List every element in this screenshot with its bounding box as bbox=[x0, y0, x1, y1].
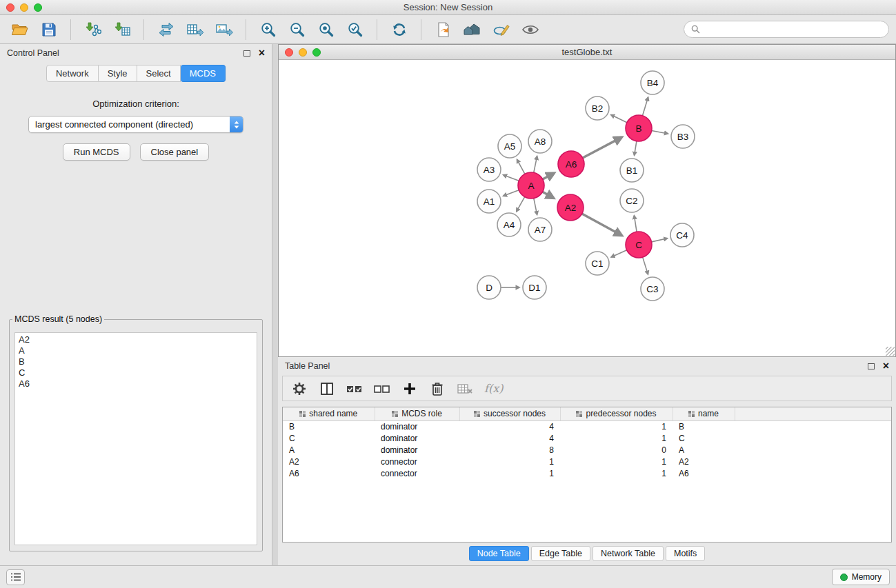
zoom-out-button[interactable] bbox=[284, 17, 310, 42]
node-A6[interactable]: A6 bbox=[558, 151, 584, 177]
unselect-all-columns-button[interactable] bbox=[371, 378, 393, 399]
edge-C-C3[interactable] bbox=[643, 257, 648, 274]
node-C3[interactable]: C3 bbox=[641, 277, 664, 301]
edge-C-C2[interactable] bbox=[634, 216, 637, 232]
open-session-button[interactable] bbox=[7, 17, 32, 42]
zoom-selected-button[interactable] bbox=[342, 17, 368, 42]
close-network-window-button[interactable] bbox=[285, 48, 293, 57]
tab-edge-table[interactable]: Edge Table bbox=[531, 546, 590, 561]
edge-A-A3[interactable] bbox=[504, 175, 519, 181]
node-A5[interactable]: A5 bbox=[498, 134, 521, 158]
node-table-container[interactable]: shared nameMCDS rolesuccessor nodesprede… bbox=[282, 407, 892, 543]
tab-select[interactable]: Select bbox=[137, 65, 181, 82]
close-window-button[interactable] bbox=[6, 3, 14, 12]
node-B1[interactable]: B1 bbox=[620, 159, 644, 182]
edge-B-B4[interactable] bbox=[643, 97, 648, 116]
export-table-button[interactable] bbox=[182, 17, 208, 42]
tab-network-table[interactable]: Network Table bbox=[593, 546, 664, 561]
import-table-button[interactable] bbox=[109, 17, 135, 42]
node-D1[interactable]: D1 bbox=[523, 276, 546, 299]
delete-column-button[interactable] bbox=[426, 378, 448, 399]
run-mcds-button[interactable]: Run MCDS bbox=[63, 143, 130, 161]
zoom-in-button[interactable] bbox=[255, 17, 281, 42]
column-header-name[interactable]: name bbox=[673, 407, 735, 420]
edge-A6-B[interactable] bbox=[583, 137, 621, 158]
search-box[interactable] bbox=[684, 21, 889, 38]
tab-mcds[interactable]: MCDS bbox=[181, 65, 226, 82]
node-A2[interactable]: A2 bbox=[557, 194, 584, 221]
node-A8[interactable]: A8 bbox=[528, 130, 552, 153]
import-network-button[interactable] bbox=[80, 17, 106, 42]
node-C[interactable]: C bbox=[626, 232, 652, 258]
mcds-result-item[interactable]: A2 bbox=[19, 334, 253, 345]
mcds-result-item[interactable]: B bbox=[19, 356, 253, 367]
close-panel-icon[interactable]: × bbox=[259, 48, 265, 59]
table-row-A2[interactable]: A2connector11A2 bbox=[283, 456, 891, 467]
column-header-successor-nodes[interactable]: successor nodes bbox=[459, 407, 560, 420]
network-graph[interactable]: B4B2BB3A5A8A6A3B1AC2A1A2A4A7C4CC1DD1C3 bbox=[279, 60, 895, 356]
table-row-A[interactable]: Adominator80A bbox=[283, 444, 891, 456]
table-row-B[interactable]: Bdominator41B bbox=[283, 420, 891, 432]
node-B2[interactable]: B2 bbox=[586, 97, 609, 120]
edge-A-A5[interactable] bbox=[517, 159, 525, 174]
minimize-window-button[interactable] bbox=[20, 3, 28, 12]
minimize-network-window-button[interactable] bbox=[299, 48, 307, 57]
float-table-panel-icon[interactable] bbox=[868, 363, 875, 369]
node-B[interactable]: B bbox=[626, 115, 652, 141]
select-all-columns-button[interactable] bbox=[344, 378, 366, 399]
mcds-result-item[interactable]: C bbox=[19, 367, 253, 378]
edge-C-C1[interactable] bbox=[611, 250, 627, 257]
task-history-button[interactable] bbox=[6, 569, 25, 585]
search-input[interactable] bbox=[704, 24, 882, 34]
edge-A-A6[interactable] bbox=[543, 173, 555, 179]
graphics-details-button[interactable] bbox=[488, 17, 514, 42]
node-B4[interactable]: B4 bbox=[641, 71, 664, 94]
memory-button[interactable]: Memory bbox=[832, 569, 890, 585]
export-image-button[interactable] bbox=[211, 17, 237, 42]
tab-network[interactable]: Network bbox=[46, 65, 99, 82]
node-A1[interactable]: A1 bbox=[477, 190, 501, 213]
tab-style[interactable]: Style bbox=[99, 65, 137, 82]
table-row-C[interactable]: Cdominator41C bbox=[283, 432, 891, 444]
show-columns-button[interactable] bbox=[316, 378, 338, 399]
edge-A-A4[interactable] bbox=[517, 197, 525, 212]
edge-B-B3[interactable] bbox=[652, 131, 668, 134]
column-header-predecessor-nodes[interactable]: predecessor nodes bbox=[560, 407, 673, 420]
close-panel-button[interactable]: Close panel bbox=[140, 143, 210, 161]
edge-A-A7[interactable] bbox=[534, 199, 537, 215]
node-C1[interactable]: C1 bbox=[586, 252, 609, 275]
node-A4[interactable]: A4 bbox=[497, 213, 521, 236]
node-C4[interactable]: C4 bbox=[670, 223, 694, 247]
fullscreen-window-button[interactable] bbox=[34, 3, 42, 12]
edge-A2-C[interactable] bbox=[582, 214, 622, 235]
edge-B-B2[interactable] bbox=[611, 115, 627, 123]
float-panel-icon[interactable] bbox=[243, 50, 250, 57]
optimization-criterion-select[interactable]: largest connected component (directed) bbox=[28, 116, 243, 133]
node-D[interactable]: D bbox=[477, 276, 501, 299]
edge-A-A2[interactable] bbox=[543, 192, 554, 198]
node-C2[interactable]: C2 bbox=[620, 189, 644, 212]
zoom-network-window-button[interactable] bbox=[312, 48, 321, 57]
export-network-button[interactable] bbox=[153, 17, 179, 42]
mcds-result-item[interactable]: A bbox=[19, 345, 253, 356]
edge-A-A1[interactable] bbox=[504, 190, 519, 196]
show-hide-button[interactable] bbox=[517, 17, 543, 42]
network-canvas[interactable]: B4B2BB3A5A8A6A3B1AC2A1A2A4A7C4CC1DD1C3 bbox=[279, 60, 895, 356]
node-A3[interactable]: A3 bbox=[477, 158, 501, 181]
settings-gear-button[interactable] bbox=[288, 378, 310, 399]
window-resize-grip[interactable] bbox=[886, 347, 895, 356]
delete-table-button[interactable] bbox=[454, 378, 476, 399]
mcds-result-item[interactable]: A6 bbox=[19, 378, 253, 389]
table-row-A6[interactable]: A6connector11A6 bbox=[283, 467, 891, 479]
tab-motifs[interactable]: Motifs bbox=[666, 546, 705, 561]
close-table-panel-icon[interactable]: × bbox=[883, 361, 889, 372]
edge-B-B1[interactable] bbox=[635, 141, 637, 156]
apply-layout-button[interactable] bbox=[386, 17, 412, 42]
edge-A-A8[interactable] bbox=[534, 156, 537, 173]
node-A[interactable]: A bbox=[518, 172, 544, 199]
tab-node-table[interactable]: Node Table bbox=[469, 546, 529, 561]
node-A7[interactable]: A7 bbox=[528, 218, 552, 241]
first-neighbors-button[interactable] bbox=[459, 17, 485, 42]
save-session-button[interactable] bbox=[36, 17, 61, 42]
function-builder-icon[interactable]: f(x) bbox=[481, 382, 503, 395]
